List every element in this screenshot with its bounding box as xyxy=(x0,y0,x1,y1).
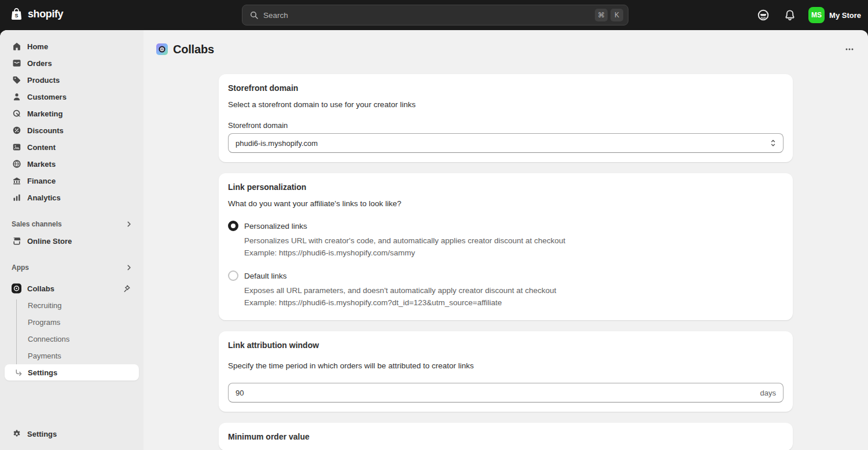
sidebar-item-label: Orders xyxy=(27,59,52,68)
online-store-icon xyxy=(12,236,21,246)
sidebar-item-finance[interactable]: Finance xyxy=(5,173,139,189)
sidebar-item-marketing[interactable]: Marketing xyxy=(5,105,139,122)
card-description: Specify the time period in which orders … xyxy=(228,361,784,370)
analytics-bars-icon xyxy=(12,193,21,203)
sidebar-item-content[interactable]: Content xyxy=(5,139,139,155)
radio-help-text: Exposes all URL parameters, and doesn't … xyxy=(244,284,784,309)
more-options-button[interactable] xyxy=(841,42,858,56)
apps-section[interactable]: Apps xyxy=(5,259,139,276)
personalized-links-radio[interactable]: Personalized links xyxy=(228,221,784,231)
page-title: Collabs xyxy=(173,43,214,56)
sidebar-item-label: Collabs xyxy=(27,284,54,293)
sidebar-item-connections[interactable]: Connections xyxy=(5,331,139,347)
gear-icon xyxy=(12,429,21,439)
card-description: Select a storefront domain to use for yo… xyxy=(228,100,784,109)
sidebar-item-payments[interactable]: Payments xyxy=(5,347,139,364)
card-title: Storefront domain xyxy=(228,83,784,93)
radio-option-personalized-links: Personalized links Personalizes URL with… xyxy=(228,221,784,259)
sidebar-item-customers[interactable]: Customers xyxy=(5,89,139,105)
link-attribution-card: Link attribution window Specify the time… xyxy=(219,331,793,412)
chevron-right-icon xyxy=(125,264,133,272)
content-icon xyxy=(12,142,21,152)
sidebar-item-online-store[interactable]: Online Store xyxy=(5,233,139,249)
sales-channels-section[interactable]: Sales channels xyxy=(5,216,139,232)
select-caret-icon xyxy=(769,138,777,148)
main-content: Collabs Storefront domain Select a store… xyxy=(144,30,868,450)
minimum-order-value-card: Minimum order value xyxy=(219,423,793,450)
global-search[interactable]: ⌘ K xyxy=(242,5,628,25)
card-description: What do you want your affiliate's links … xyxy=(228,199,784,208)
sidebar-item-label: Marketing xyxy=(27,109,62,118)
store-name: My Store xyxy=(829,11,861,20)
tree-connector-line xyxy=(16,299,17,368)
apps-label: Apps xyxy=(12,264,125,272)
discounts-icon xyxy=(12,126,21,136)
card-title: Minimum order value xyxy=(228,432,784,441)
sidebar-item-label: Finance xyxy=(27,177,56,185)
store-avatar: MS xyxy=(808,7,825,23)
sidebar-item-orders[interactable]: Orders xyxy=(5,55,139,71)
radio-option-default-links: Default links Exposes all URL parameters… xyxy=(228,270,784,309)
sidebar-item-label: Settings xyxy=(27,430,57,438)
marketing-icon xyxy=(12,109,21,119)
search-icon xyxy=(249,10,259,20)
shopify-wordmark: shopify xyxy=(28,8,63,20)
sidebar-item-collabs[interactable]: Collabs xyxy=(5,280,139,297)
radio-unselected-icon[interactable] xyxy=(228,270,238,281)
select-value: phudi6-is.myshopify.com xyxy=(236,139,769,148)
page-header: Collabs xyxy=(144,30,868,65)
sidebar-item-label: Markets xyxy=(27,160,56,169)
chevron-right-icon xyxy=(125,220,133,228)
enter-arrow-icon xyxy=(14,368,23,377)
store-menu[interactable]: MS My Store xyxy=(808,7,861,23)
attribution-window-field: days xyxy=(228,383,784,403)
search-input[interactable] xyxy=(263,11,592,20)
card-title: Link personalization xyxy=(228,182,784,192)
sidebar-item-label: Online Store xyxy=(27,237,72,246)
markets-globe-icon xyxy=(12,159,21,169)
sidebar-item-discounts[interactable]: Discounts xyxy=(5,122,139,138)
sidekick-assistant-icon[interactable] xyxy=(755,7,771,23)
sidebar-item-settings[interactable]: Settings xyxy=(5,426,139,442)
link-personalization-card: Link personalization What do you want yo… xyxy=(219,173,793,320)
notifications-bell-icon[interactable] xyxy=(782,7,798,23)
svg-text:S: S xyxy=(15,13,19,19)
card-title: Link attribution window xyxy=(228,341,784,350)
default-links-radio[interactable]: Default links xyxy=(228,270,784,281)
sales-channels-label: Sales channels xyxy=(12,220,125,228)
sidebar-item-recruiting[interactable]: Recruiting xyxy=(5,297,139,313)
sidebar-item-markets[interactable]: Markets xyxy=(5,156,139,172)
days-suffix: days xyxy=(760,389,776,397)
storefront-domain-select[interactable]: phudi6-is.myshopify.com xyxy=(228,133,784,153)
sidebar-item-products[interactable]: Products xyxy=(5,72,139,88)
sidebar-item-home[interactable]: Home xyxy=(5,38,139,54)
sidebar-item-programs[interactable]: Programs xyxy=(5,314,139,330)
workspace: Home Orders Products Customers Marketing… xyxy=(0,30,868,450)
shopify-bag-icon: S xyxy=(9,7,24,21)
orders-icon xyxy=(12,58,21,68)
sidebar-item-label: Discounts xyxy=(27,126,64,135)
sidebar-item-collabs-settings[interactable]: Settings xyxy=(5,364,139,381)
sidebar-item-label: Customers xyxy=(27,93,67,101)
collabs-gradient-icon xyxy=(156,43,168,55)
finance-bank-icon xyxy=(12,176,21,186)
radio-selected-icon[interactable] xyxy=(228,221,238,231)
storefront-domain-card: Storefront domain Select a storefront do… xyxy=(219,74,793,162)
sidebar-item-label: Products xyxy=(27,76,60,85)
sidebar-item-label: Home xyxy=(27,42,48,51)
pin-icon[interactable] xyxy=(122,284,131,293)
shortcut-cmd-key: ⌘ xyxy=(595,9,608,21)
collabs-app-icon xyxy=(12,284,21,294)
shopify-logo[interactable]: S shopify xyxy=(9,7,63,21)
customers-icon xyxy=(12,92,21,102)
sidebar-nav: Home Orders Products Customers Marketing… xyxy=(0,30,144,450)
home-icon xyxy=(12,42,21,52)
products-tag-icon xyxy=(12,75,21,85)
sidebar-item-analytics[interactable]: Analytics xyxy=(5,189,139,206)
attribution-days-input[interactable] xyxy=(236,389,760,397)
topbar: S shopify ⌘ K MS My Store xyxy=(0,0,868,30)
sidebar-item-label: Analytics xyxy=(27,193,61,202)
field-label: Storefront domain xyxy=(228,121,784,130)
radio-help-text: Personalizes URL with creator's code, an… xyxy=(244,235,784,259)
shortcut-k-key: K xyxy=(610,9,623,21)
